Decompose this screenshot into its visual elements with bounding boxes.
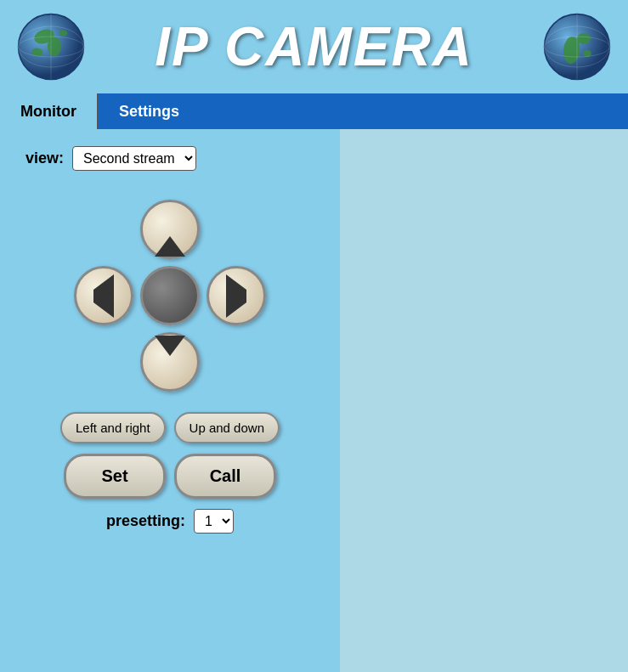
arrow-up-icon	[155, 223, 185, 236]
presetting-label: presetting:	[106, 512, 185, 530]
left-right-button[interactable]: Left and right	[60, 412, 166, 443]
arrow-down-icon	[155, 356, 185, 369]
header: IP CAMERA	[0, 0, 628, 93]
presetting-row: presetting: 1 2 3 4 5 6 7 8	[25, 509, 314, 534]
arrow-left-icon	[93, 290, 114, 302]
dpad-container	[25, 196, 314, 395]
left-panel: view: Second stream First stream Third s…	[0, 129, 340, 672]
lr-ud-row: Left and right Up and down	[25, 412, 314, 443]
dpad-right-button[interactable]	[207, 266, 266, 325]
svg-point-10	[577, 33, 591, 44]
view-label: view:	[25, 150, 64, 167]
set-call-row: Set Call	[25, 454, 314, 499]
set-button[interactable]: Set	[64, 454, 166, 499]
app-title: IP CAMERA	[155, 15, 473, 78]
call-button[interactable]: Call	[174, 454, 276, 499]
dpad-row-down	[137, 329, 203, 395]
dpad-center-button[interactable]	[140, 266, 200, 325]
view-row: view: Second stream First stream Third s…	[25, 146, 314, 171]
dpad-row-middle	[71, 263, 269, 329]
svg-point-2	[48, 37, 61, 56]
up-down-button[interactable]: Up and down	[174, 412, 280, 443]
arrow-right-icon	[226, 290, 246, 302]
dpad-row-up	[137, 196, 203, 263]
tab-monitor[interactable]: Monitor	[0, 93, 99, 129]
dpad-left-button[interactable]	[74, 266, 133, 325]
tab-settings[interactable]: Settings	[99, 93, 628, 129]
dpad-down-button[interactable]	[140, 332, 200, 392]
presetting-select[interactable]: 1 2 3 4 5 6 7 8	[194, 509, 234, 534]
globe-left-icon	[17, 13, 85, 81]
right-panel	[340, 129, 628, 672]
globe-right-icon	[543, 13, 611, 81]
view-select[interactable]: Second stream First stream Third stream	[72, 146, 196, 171]
content-area: view: Second stream First stream Third s…	[0, 129, 628, 672]
tab-bar: Monitor Settings	[0, 93, 628, 129]
dpad-up-button[interactable]	[140, 200, 200, 259]
svg-point-4	[59, 31, 68, 36]
